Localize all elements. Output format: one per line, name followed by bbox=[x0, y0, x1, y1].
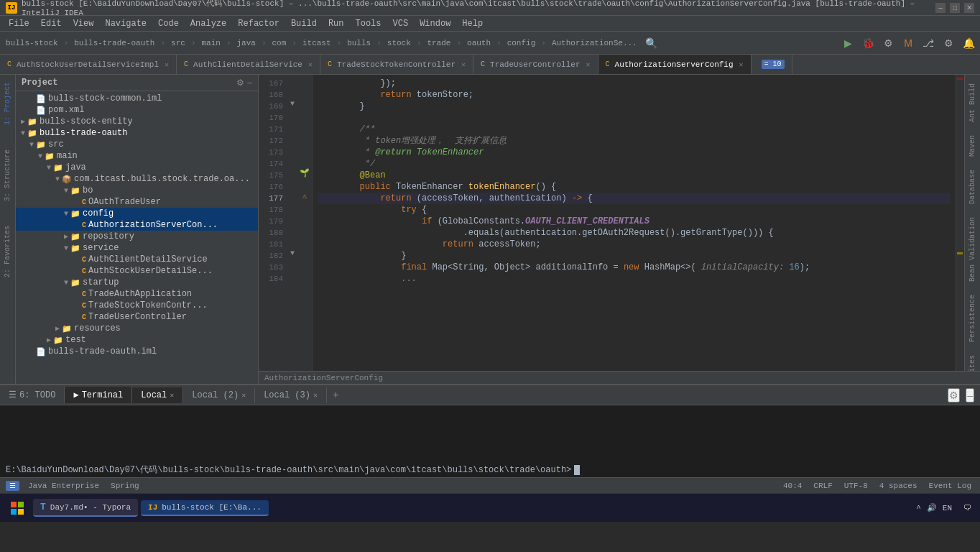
tree-item-package[interactable]: ▼ 📦 com.itcast.bulls.stock.trade.oa... bbox=[16, 173, 258, 185]
tree-item-oauth-trade-user[interactable]: C OAuthTradeUser bbox=[16, 196, 258, 208]
menu-code[interactable]: Code bbox=[152, 17, 185, 30]
tree-item-test[interactable]: ▶ 📁 test bbox=[16, 334, 258, 346]
tab-authorization-server-config[interactable]: C AuthorizationServerConfig ✕ bbox=[598, 55, 752, 74]
menu-window[interactable]: Window bbox=[414, 17, 456, 30]
tree-item-service[interactable]: ▼ 📁 service bbox=[16, 242, 258, 254]
breadcrumb-java[interactable]: java bbox=[234, 37, 259, 49]
menu-edit[interactable]: Edit bbox=[35, 17, 68, 30]
menu-build[interactable]: Build bbox=[285, 17, 323, 30]
tree-item-config[interactable]: ▼ 📁 config bbox=[16, 208, 258, 219]
tab-trade-user-controller[interactable]: C TradeUserController ✕ bbox=[473, 55, 598, 74]
git-button[interactable]: ⎇ bbox=[920, 34, 937, 52]
breadcrumb-oauth[interactable]: oauth bbox=[464, 37, 494, 49]
status-indent[interactable]: 4 spaces bbox=[877, 482, 920, 490]
status-position[interactable]: 40:4 bbox=[780, 482, 805, 490]
right-panel-database[interactable]: Database bbox=[966, 164, 979, 210]
tree-item-java[interactable]: ▼ 📁 java bbox=[16, 162, 258, 173]
menu-view[interactable]: View bbox=[68, 17, 100, 30]
right-panel-favorites[interactable]: Favorites bbox=[966, 349, 979, 371]
panel-minimize-button[interactable]: – bbox=[247, 78, 252, 88]
bean-gutter-icon[interactable]: 🌱 bbox=[300, 168, 310, 178]
maximize-button[interactable]: □ bbox=[950, 3, 960, 13]
settings-button[interactable]: ⚙ bbox=[940, 34, 957, 52]
tree-item-trade-stock-token-contr[interactable]: C TradeStockTokenContr... bbox=[16, 300, 258, 311]
close-button[interactable]: ✕ bbox=[964, 3, 974, 13]
right-panel-maven[interactable]: Maven bbox=[966, 129, 979, 162]
tab-auth-stock-user-detail-service-impl[interactable]: C AuthStockUserDetailServiceImpl ✕ bbox=[0, 55, 177, 74]
terminal-settings-button[interactable]: ⚙ bbox=[948, 388, 960, 402]
tray-notification-icon[interactable]: 🗨 bbox=[963, 503, 971, 512]
breadcrumb-main[interactable]: main bbox=[198, 37, 223, 49]
menu-analyze[interactable]: Analyze bbox=[185, 17, 232, 30]
menu-file[interactable]: File bbox=[3, 17, 35, 30]
tree-item-main[interactable]: ▼ 📁 main bbox=[16, 150, 258, 162]
right-panel-ant-build[interactable]: Ant Build bbox=[966, 78, 979, 128]
tab-close-icon[interactable]: ✕ bbox=[739, 60, 744, 69]
tab-terminal[interactable]: ▶ Terminal bbox=[65, 387, 132, 403]
tray-volume-icon[interactable]: 🔊 bbox=[927, 503, 937, 512]
tree-item-bulls-stock-common-iml[interactable]: 📄 bulls-stock-common.iml bbox=[16, 93, 258, 104]
taskbar-intellij[interactable]: IJ bulls-stock [E:\Ba... bbox=[141, 500, 269, 516]
minimize-button[interactable]: – bbox=[935, 3, 946, 13]
breadcrumb-config[interactable]: config bbox=[504, 37, 539, 49]
search-button[interactable]: 🔍 bbox=[643, 34, 660, 52]
tab-close-icon[interactable]: ✕ bbox=[165, 60, 169, 69]
notifications-button[interactable]: 🔔 bbox=[960, 34, 977, 52]
status-spring[interactable]: Spring bbox=[108, 482, 142, 490]
run-button[interactable]: ▶ bbox=[839, 34, 856, 52]
warning-gutter-icon[interactable]: ⚠ bbox=[302, 191, 308, 201]
start-button[interactable] bbox=[3, 494, 32, 523]
right-panel-bean-validation[interactable]: Bean Validation bbox=[966, 211, 979, 288]
breadcrumb-itcast[interactable]: itcast bbox=[300, 37, 334, 49]
tree-item-auth-client-detail-service[interactable]: C AuthClientDetailService bbox=[16, 254, 258, 265]
tree-item-resources[interactable]: ▶ 📁 resources bbox=[16, 323, 258, 334]
tree-item-trade-auth-application[interactable]: C TradeAuthApplication bbox=[16, 288, 258, 300]
tree-item-startup[interactable]: ▼ 📁 startup bbox=[16, 277, 258, 288]
status-line-ending[interactable]: CRLF bbox=[810, 482, 835, 490]
local3-close[interactable]: ✕ bbox=[313, 391, 318, 400]
menu-tools[interactable]: Tools bbox=[350, 17, 387, 30]
tab-trade-stock-token-controller[interactable]: C TradeStockTokenController ✕ bbox=[320, 55, 473, 74]
build-button[interactable]: ⚙ bbox=[879, 34, 897, 52]
tab-local3[interactable]: Local (3) ✕ bbox=[255, 387, 327, 403]
right-panel-persistence[interactable]: Persistence bbox=[966, 289, 979, 348]
taskbar-typora[interactable]: T Day7.md• - Typora bbox=[33, 499, 138, 517]
tree-item-bo[interactable]: ▼ 📁 bo bbox=[16, 185, 258, 196]
tab-local[interactable]: Local ✕ bbox=[132, 387, 183, 403]
local2-close[interactable]: ✕ bbox=[241, 391, 246, 400]
menu-vcs[interactable]: VCS bbox=[387, 17, 415, 30]
menu-run[interactable]: Run bbox=[323, 17, 350, 30]
debug-button[interactable]: 🐞 bbox=[859, 34, 877, 52]
tree-item-trade-user-controller[interactable]: C TradeUserController bbox=[16, 311, 258, 323]
tab-overflow[interactable]: = 10 bbox=[752, 55, 792, 74]
tab-auth-client-detail-service[interactable]: C AuthClientDetailService ✕ bbox=[177, 55, 320, 74]
terminal-minimize-button[interactable]: – bbox=[966, 388, 974, 402]
tree-item-src[interactable]: ▼ 📁 src bbox=[16, 139, 258, 150]
tab-todo[interactable]: ☰ 6: TODO bbox=[0, 387, 65, 403]
local-close[interactable]: ✕ bbox=[170, 391, 174, 400]
breadcrumb-bulls-stock[interactable]: bulls-stock bbox=[3, 37, 61, 49]
tree-item-repository[interactable]: ▶ 📁 repository bbox=[16, 231, 258, 242]
maven-button[interactable]: M bbox=[900, 34, 917, 52]
tray-lang-icon[interactable]: EN bbox=[943, 504, 952, 512]
tree-item-auth-stock-user-detail-se[interactable]: C AuthStockUserDetailSe... bbox=[16, 265, 258, 277]
sidebar-item-favorites[interactable]: 2: Favorites bbox=[1, 221, 14, 282]
status-event-log[interactable]: Event Log bbox=[926, 482, 974, 490]
breadcrumb-bulls[interactable]: bulls bbox=[344, 37, 374, 49]
menu-help[interactable]: Help bbox=[456, 17, 489, 30]
tab-local2[interactable]: Local (2) ✕ bbox=[183, 387, 255, 403]
sidebar-item-structure[interactable]: 3: Structure bbox=[1, 145, 14, 206]
panel-settings-button[interactable]: ⚙ bbox=[236, 78, 244, 88]
breadcrumb-authorizationse[interactable]: AuthorizationSe... bbox=[549, 37, 640, 49]
tree-item-bulls-stock-entity[interactable]: ▶ 📁 bulls-stock-entity bbox=[16, 116, 258, 127]
status-java-enterprise[interactable]: Java Enterprise bbox=[25, 482, 102, 490]
breadcrumb-stock[interactable]: stock bbox=[384, 37, 414, 49]
sidebar-item-project[interactable]: 1: Project bbox=[1, 78, 14, 129]
status-encoding[interactable]: UTF-8 bbox=[841, 482, 871, 490]
tree-item-bulls-trade-oauth[interactable]: ▼ 📁 bulls-trade-oauth bbox=[16, 127, 258, 139]
breadcrumb-src[interactable]: src bbox=[168, 37, 188, 49]
menu-navigate[interactable]: Navigate bbox=[99, 17, 152, 30]
tray-expand-icon[interactable]: ^ bbox=[916, 504, 921, 512]
tab-close-icon[interactable]: ✕ bbox=[461, 60, 466, 69]
breadcrumb-com[interactable]: com bbox=[269, 37, 290, 49]
